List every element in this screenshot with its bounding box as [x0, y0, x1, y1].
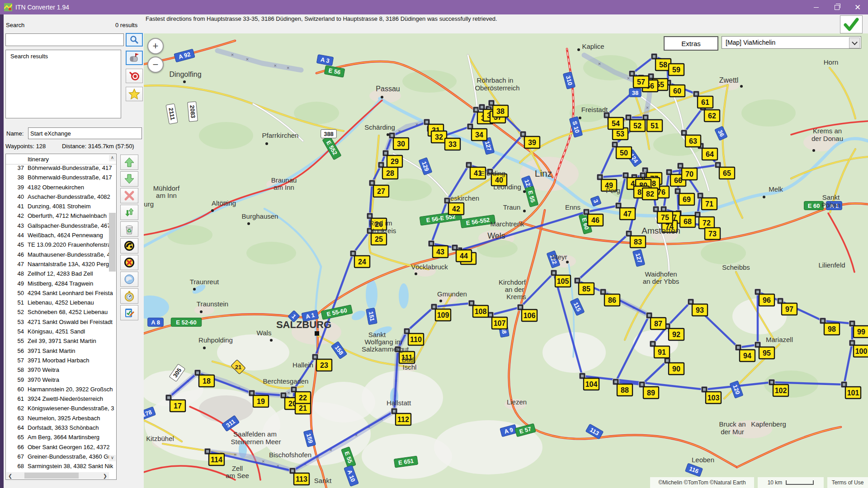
- horizontal-scrollbar[interactable]: ❮ ❯: [6, 472, 109, 479]
- itinerary-row[interactable]: 613924 Zwettl-Niederösterreich: [6, 395, 116, 405]
- waypoint-marker[interactable]: 88: [617, 384, 632, 396]
- itinerary-row[interactable]: 42Oberfurth, 4712 Michaelnbach: [6, 212, 116, 222]
- globe-button[interactable]: [120, 272, 138, 287]
- waypoint-marker[interactable]: 107: [492, 317, 507, 329]
- waypoint-marker[interactable]: 17: [170, 400, 185, 412]
- waypoint-marker[interactable]: 112: [396, 413, 411, 425]
- waypoint-marker[interactable]: 95: [759, 347, 774, 359]
- waypoint-marker[interactable]: 90: [669, 363, 684, 375]
- waypoint-marker[interactable]: 57: [633, 76, 649, 88]
- waypoint-marker[interactable]: 108: [473, 305, 488, 317]
- chevron-down-icon[interactable]: [849, 38, 860, 48]
- waypoint-marker[interactable]: 29: [387, 155, 402, 167]
- zoom-out-button[interactable]: −: [147, 56, 164, 73]
- waypoint-marker[interactable]: 64: [702, 148, 717, 160]
- waypoint-marker[interactable]: 25: [371, 233, 387, 245]
- move-down-button[interactable]: [120, 171, 138, 187]
- move-up-button[interactable]: [120, 155, 138, 170]
- itinerary-row[interactable]: 55Zeil 39, 3971 Sankt Martin: [6, 338, 116, 347]
- waypoint-marker[interactable]: 27: [373, 185, 389, 197]
- tomtom-button[interactable]: [120, 238, 138, 253]
- scroll-right-arrow[interactable]: ❯: [103, 473, 107, 479]
- itinerary-row[interactable]: 43Gallspacher-Bundesstraße, 4673: [6, 222, 116, 232]
- reverse-button[interactable]: [120, 205, 138, 220]
- waypoint-marker[interactable]: 34: [472, 129, 487, 141]
- search-button[interactable]: [126, 33, 143, 47]
- favorites-button[interactable]: [126, 87, 143, 101]
- waypoint-marker[interactable]: 42: [448, 203, 464, 215]
- vertical-scrollbar-thumb[interactable]: [109, 213, 116, 272]
- search-input[interactable]: [5, 33, 124, 46]
- waypoint-marker[interactable]: 109: [435, 309, 451, 321]
- waypoint-marker[interactable]: 38: [493, 105, 508, 117]
- close-button[interactable]: ✕: [847, 0, 868, 14]
- waypoint-marker[interactable]: 114: [209, 454, 224, 465]
- waypoint-marker[interactable]: 47: [620, 208, 635, 220]
- itinerary-row[interactable]: 563971 Sankt Martin: [6, 347, 116, 357]
- itinerary-row[interactable]: 65Am Berg, 3664 Martinsberg: [6, 434, 116, 443]
- itinerary-row[interactable]: 394182 Oberneukirchen: [6, 184, 116, 193]
- map-view[interactable]: ×××××××××××××××××××××××××××××××××A 92A 3…: [144, 33, 868, 488]
- terms-link[interactable]: Terms of Use: [827, 477, 868, 488]
- waypoint-marker[interactable]: 65: [719, 167, 735, 179]
- itinerary-row[interactable]: 66Ober Sankt Georgen 162, 4372: [6, 444, 116, 453]
- waypoint-marker[interactable]: 96: [759, 294, 774, 306]
- waypoint-marker[interactable]: 91: [654, 346, 670, 358]
- itinerary-list[interactable]: Itinerary 37Böhmerwald-Bundesstraße, 417…: [5, 154, 117, 480]
- waypoint-marker[interactable]: 71: [702, 198, 717, 210]
- waypoint-marker[interactable]: 63: [685, 135, 701, 147]
- itinerary-row[interactable]: 40Aschacher-Bundesstraße, 4082: [6, 193, 116, 203]
- waypoint-marker[interactable]: 75: [657, 211, 673, 223]
- success-check-button[interactable]: [840, 15, 863, 33]
- waypoint-marker[interactable]: 72: [699, 217, 714, 229]
- waypoint-marker[interactable]: 93: [692, 304, 708, 316]
- waypoint-marker[interactable]: 113: [294, 473, 309, 485]
- itinerary-row[interactable]: 41Dunzing, 4081 Stroheim: [6, 203, 116, 212]
- scroll-left-arrow[interactable]: ❮: [8, 473, 12, 479]
- itinerary-row[interactable]: 68Sarmingstein 38, 4382 Sankt Nik: [6, 463, 116, 472]
- waypoint-marker[interactable]: 101: [845, 387, 861, 399]
- waypoint-marker[interactable]: 106: [522, 310, 537, 321]
- waypoint-marker[interactable]: 24: [354, 256, 370, 267]
- extras-button[interactable]: Extras: [664, 36, 718, 51]
- waypoint-marker[interactable]: 18: [199, 375, 214, 387]
- name-input[interactable]: [28, 127, 142, 139]
- waypoint-marker[interactable]: 43: [433, 246, 448, 258]
- scroll-up-arrow[interactable]: ∧: [109, 155, 116, 161]
- itinerary-row[interactable]: 45TE 13.09.2020 Frauenhofenstra: [6, 241, 116, 251]
- horizontal-scrollbar-thumb[interactable]: [24, 473, 79, 479]
- minimize-button[interactable]: [806, 0, 826, 14]
- search-results-list[interactable]: Search results: [5, 50, 121, 118]
- waypoint-marker[interactable]: 39: [524, 136, 540, 148]
- itinerary-row[interactable]: 60Harmannstein 20, 3922 Großsch: [6, 386, 116, 395]
- restore-button[interactable]: [826, 0, 847, 14]
- itinerary-row[interactable]: 573971 Moorbad Harbach: [6, 357, 116, 366]
- itinerary-row[interactable]: 593970 Weitra: [6, 376, 116, 386]
- waypoint-marker[interactable]: 89: [643, 387, 659, 399]
- waypoint-marker[interactable]: 51: [647, 120, 662, 131]
- waypoint-marker[interactable]: 52: [630, 120, 645, 131]
- itinerary-row[interactable]: 38Böhmerwald-Bundesstraße, 417: [6, 174, 116, 183]
- waypoint-marker[interactable]: 82: [642, 188, 658, 200]
- waypoint-marker[interactable]: 102: [773, 385, 788, 396]
- waypoint-marker[interactable]: 94: [740, 350, 755, 361]
- waypoint-marker[interactable]: 86: [604, 294, 620, 306]
- itinerary-row[interactable]: 46Mauthausener-Bundesstraße, 43: [6, 251, 116, 261]
- waypoint-marker[interactable]: 19: [253, 395, 269, 407]
- waypoint-marker[interactable]: 61: [698, 96, 713, 108]
- waypoint-marker[interactable]: 97: [782, 303, 797, 315]
- zoom-in-button[interactable]: +: [147, 38, 164, 54]
- waypoint-marker[interactable]: 44: [456, 250, 472, 262]
- waypoint-marker[interactable]: 70: [682, 168, 697, 180]
- waypoint-marker[interactable]: 99: [854, 326, 868, 338]
- waypoint-marker[interactable]: 105: [555, 275, 571, 287]
- itinerary-row[interactable]: 583970 Weitra: [6, 366, 116, 376]
- waypoint-marker[interactable]: 59: [669, 64, 684, 75]
- itinerary-row[interactable]: 504294 Sankt Leonhard bei Freista: [6, 290, 116, 299]
- itinerary-row[interactable]: 64Dorfstadt, 3633 Schönbach: [6, 424, 116, 434]
- scroll-down-arrow[interactable]: ∨: [109, 455, 116, 461]
- delete-button[interactable]: [120, 188, 138, 203]
- waypoint-marker[interactable]: 46: [588, 214, 603, 226]
- itinerary-row[interactable]: 67Greiner-Bundesstraße, 4360 Gre: [6, 453, 116, 463]
- itinerary-row[interactable]: 44Weißbach, 4624 Pennewang: [6, 232, 116, 241]
